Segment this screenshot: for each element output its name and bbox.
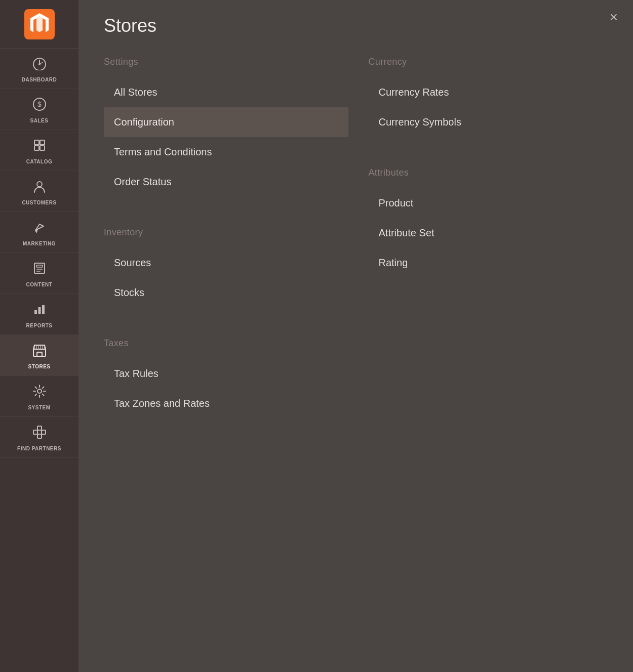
- currency-symbols-link[interactable]: Currency Symbols: [369, 107, 613, 137]
- taxes-heading: Taxes: [104, 338, 348, 349]
- sidebar-item-system[interactable]: SYSTEM: [0, 376, 78, 417]
- settings-all-stores-link[interactable]: All Stores: [104, 77, 348, 107]
- stores-icon: [32, 343, 47, 361]
- attributes-section: Attributes Product Attribute Set Rating: [369, 167, 613, 278]
- sidebar-item-stores-label: STORES: [28, 364, 51, 369]
- settings-configuration-link[interactable]: Configuration: [104, 107, 348, 137]
- close-button[interactable]: ×: [610, 10, 618, 24]
- svg-rect-6: [40, 140, 45, 145]
- currency-heading: Currency: [369, 57, 613, 67]
- reports-icon: [32, 302, 47, 320]
- sidebar-item-catalog[interactable]: CATALOG: [0, 130, 78, 171]
- sidebar-item-system-label: SYSTEM: [28, 405, 50, 410]
- attributes-heading: Attributes: [369, 167, 613, 178]
- sidebar-item-customers-label: CUSTOMERS: [22, 200, 56, 205]
- svg-rect-7: [34, 146, 39, 150]
- svg-rect-15: [38, 307, 41, 314]
- stores-panel: Stores × Settings All Stores Configurati…: [78, 0, 633, 672]
- sidebar-item-sales[interactable]: $ SALES: [0, 89, 78, 130]
- svg-rect-28: [37, 426, 42, 430]
- magento-logo-icon: [24, 9, 55, 39]
- sidebar-item-sales-label: SALES: [30, 118, 49, 123]
- content-icon: [32, 261, 47, 279]
- inventory-section: Inventory Sources Stocks: [104, 227, 348, 308]
- svg-rect-16: [42, 305, 45, 314]
- dashboard-icon: [32, 57, 47, 74]
- svg-rect-30: [37, 434, 42, 438]
- sidebar-item-content-label: CONTENT: [26, 282, 53, 287]
- taxes-zones-link[interactable]: Tax Zones and Rates: [104, 389, 348, 418]
- sidebar: DASHBOARD $ SALES CATALOG: [0, 0, 78, 672]
- sidebar-item-reports[interactable]: REPORTS: [0, 294, 78, 335]
- settings-terms-link[interactable]: Terms and Conditions: [104, 137, 348, 167]
- attributes-product-link[interactable]: Product: [369, 188, 613, 218]
- sidebar-item-marketing-label: MARKETING: [23, 241, 56, 246]
- right-column: Currency Currency Rates Currency Symbols…: [369, 57, 613, 418]
- find-partners-icon: [32, 425, 47, 443]
- system-icon: [32, 384, 47, 402]
- sidebar-item-customers[interactable]: CUSTOMERS: [0, 171, 78, 212]
- inventory-stocks-link[interactable]: Stocks: [104, 278, 348, 308]
- inventory-heading: Inventory: [104, 227, 348, 238]
- panel-columns: Settings All Stores Configuration Terms …: [104, 57, 613, 418]
- svg-rect-8: [40, 146, 45, 150]
- sidebar-item-find-partners-label: FIND PARTNERS: [17, 446, 61, 451]
- sidebar-item-marketing[interactable]: MARKETING: [0, 212, 78, 253]
- attributes-rating-link[interactable]: Rating: [369, 248, 613, 278]
- svg-rect-14: [34, 310, 37, 314]
- svg-point-9: [37, 182, 42, 187]
- inventory-sources-link[interactable]: Sources: [104, 248, 348, 278]
- left-column: Settings All Stores Configuration Terms …: [104, 57, 369, 418]
- sidebar-item-content[interactable]: CONTENT: [0, 253, 78, 294]
- settings-order-status-link[interactable]: Order Status: [104, 167, 348, 197]
- taxes-rules-link[interactable]: Tax Rules: [104, 359, 348, 389]
- svg-rect-10: [34, 263, 45, 273]
- sidebar-item-catalog-label: CATALOG: [26, 159, 52, 164]
- panel-title: Stores: [104, 15, 613, 36]
- marketing-icon: [32, 220, 47, 238]
- currency-rates-link[interactable]: Currency Rates: [369, 77, 613, 107]
- sidebar-item-reports-label: REPORTS: [26, 323, 53, 328]
- sidebar-item-stores[interactable]: STORES: [0, 335, 78, 376]
- main-panel: Stores × Settings All Stores Configurati…: [78, 0, 633, 672]
- svg-point-2: [38, 63, 41, 65]
- customers-icon: [32, 179, 47, 197]
- svg-rect-11: [36, 265, 43, 267]
- currency-section: Currency Currency Rates Currency Symbols: [369, 57, 613, 137]
- settings-heading: Settings: [104, 57, 348, 67]
- sidebar-item-dashboard[interactable]: DASHBOARD: [0, 49, 78, 89]
- taxes-section: Taxes Tax Rules Tax Zones and Rates: [104, 338, 348, 418]
- sales-icon: $: [32, 97, 47, 115]
- attributes-set-link[interactable]: Attribute Set: [369, 218, 613, 248]
- svg-rect-27: [33, 430, 37, 434]
- svg-rect-29: [42, 430, 46, 434]
- logo-container[interactable]: [0, 0, 78, 49]
- catalog-icon: [32, 138, 47, 156]
- svg-point-26: [37, 389, 42, 393]
- sidebar-item-find-partners[interactable]: FIND PARTNERS: [0, 417, 78, 458]
- svg-text:$: $: [37, 100, 42, 108]
- svg-rect-5: [34, 140, 39, 145]
- settings-section: Settings All Stores Configuration Terms …: [104, 57, 348, 197]
- sidebar-item-dashboard-label: DASHBOARD: [22, 77, 57, 82]
- svg-rect-18: [37, 352, 42, 356]
